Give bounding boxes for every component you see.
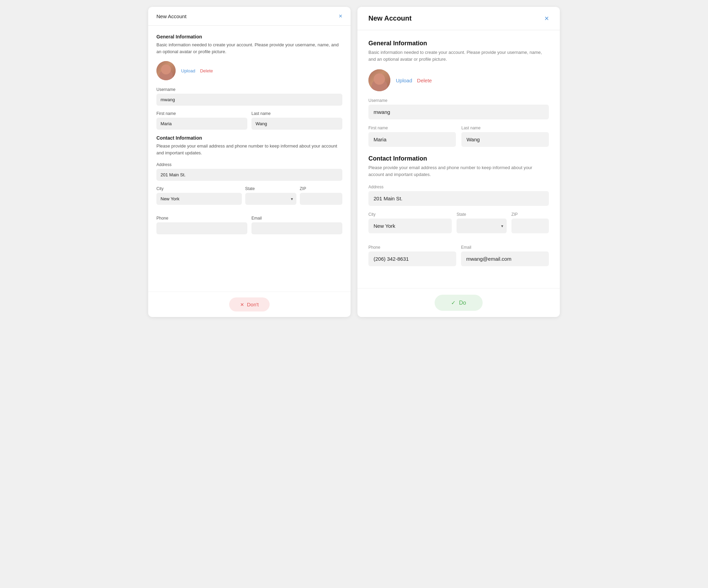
- right-zip-input[interactable]: [511, 219, 549, 233]
- right-panel: New Account × General Information Basic …: [357, 7, 560, 317]
- right-phone-label: Phone: [368, 245, 456, 250]
- right-avatar-row: Upload Delete: [368, 69, 549, 91]
- check-icon: ✓: [451, 299, 456, 306]
- right-name-row: First name Last name: [368, 126, 549, 147]
- right-firstname-group: First name: [368, 126, 456, 147]
- right-general-info-title: General Information: [368, 40, 549, 47]
- left-email-label: Email: [251, 216, 342, 221]
- right-email-label: Email: [461, 245, 549, 250]
- right-lastname-label: Last name: [461, 126, 549, 130]
- right-phone-group: Phone: [368, 245, 456, 266]
- right-upload-button[interactable]: Upload: [396, 78, 412, 83]
- right-phone-email-row: Phone Email: [368, 245, 549, 272]
- right-panel-header: New Account ×: [357, 7, 560, 30]
- left-city-input[interactable]: [156, 193, 242, 205]
- right-username-input[interactable]: [368, 105, 549, 119]
- right-state-select[interactable]: NY CA WA: [457, 219, 507, 233]
- left-state-group: State NY CA WA: [245, 186, 296, 205]
- left-avatar-actions: Upload Delete: [181, 68, 213, 73]
- left-panel-footer: ✕ Don't: [148, 292, 351, 317]
- left-contact-info-desc: Please provide your email address and ph…: [156, 143, 342, 156]
- left-general-info-section: General Information Basic information ne…: [156, 34, 342, 130]
- right-avatar: [368, 69, 390, 91]
- left-avatar: [156, 61, 176, 80]
- right-lastname-input[interactable]: [461, 132, 549, 147]
- dont-label: Don't: [247, 302, 259, 307]
- right-panel-close-button[interactable]: ×: [544, 15, 549, 22]
- left-general-info-desc: Basic information needed to create your …: [156, 42, 342, 55]
- right-firstname-input[interactable]: [368, 132, 456, 147]
- right-username-label: Username: [368, 98, 549, 103]
- left-address-input[interactable]: [156, 169, 342, 181]
- left-firstname-label: First name: [156, 111, 247, 116]
- left-lastname-group: Last name: [251, 111, 342, 130]
- left-panel: New Account × General Information Basic …: [148, 7, 351, 317]
- right-state-select-wrapper: NY CA WA: [457, 219, 507, 233]
- left-avatar-row: Upload Delete: [156, 61, 342, 80]
- right-zip-group: ZIP: [511, 212, 549, 233]
- left-city-state-zip-row: City State NY CA WA: [156, 186, 342, 210]
- right-lastname-group: Last name: [461, 126, 549, 147]
- right-phone-input[interactable]: [368, 251, 456, 266]
- right-delete-button[interactable]: Delete: [417, 78, 432, 83]
- left-firstname-group: First name: [156, 111, 247, 130]
- left-panel-close-button[interactable]: ×: [339, 13, 342, 19]
- left-email-input[interactable]: [251, 222, 342, 234]
- right-avatar-actions: Upload Delete: [396, 78, 432, 83]
- right-panel-title: New Account: [368, 14, 412, 22]
- left-firstname-input[interactable]: [156, 118, 247, 130]
- left-city-label: City: [156, 186, 242, 191]
- right-panel-footer: ✓ Do: [357, 288, 560, 317]
- right-email-input[interactable]: [461, 251, 549, 266]
- left-address-label: Address: [156, 162, 342, 167]
- left-zip-label: ZIP: [300, 186, 342, 191]
- left-phone-label: Phone: [156, 216, 247, 221]
- right-city-input[interactable]: [368, 219, 452, 233]
- left-username-input[interactable]: [156, 94, 342, 106]
- left-city-group: City: [156, 186, 242, 205]
- left-lastname-label: Last name: [251, 111, 342, 116]
- left-username-label: Username: [156, 87, 342, 92]
- left-username-group: Username: [156, 87, 342, 106]
- right-address-input[interactable]: [368, 191, 549, 206]
- left-zip-group: ZIP: [300, 186, 342, 205]
- dont-button[interactable]: ✕ Don't: [229, 297, 270, 311]
- left-contact-info-title: Contact Information: [156, 135, 342, 141]
- left-contact-info-section: Contact Information Please provide your …: [156, 135, 342, 234]
- right-email-group: Email: [461, 245, 549, 266]
- left-phone-group: Phone: [156, 216, 247, 234]
- left-email-group: Email: [251, 216, 342, 234]
- left-upload-button[interactable]: Upload: [181, 68, 195, 73]
- left-panel-header: New Account ×: [148, 7, 351, 26]
- left-general-info-title: General Information: [156, 34, 342, 39]
- right-address-label: Address: [368, 185, 549, 189]
- left-delete-button[interactable]: Delete: [200, 68, 213, 73]
- right-contact-info-section: Contact Information Please provide your …: [368, 155, 549, 272]
- right-firstname-label: First name: [368, 126, 456, 130]
- left-phone-input[interactable]: [156, 222, 247, 234]
- left-name-row: First name Last name: [156, 111, 342, 130]
- left-state-select[interactable]: NY CA WA: [245, 193, 296, 205]
- right-contact-info-title: Contact Information: [368, 155, 549, 162]
- left-zip-input[interactable]: [300, 193, 342, 205]
- right-username-group: Username: [368, 98, 549, 119]
- right-city-state-zip-row: City State NY CA WA: [368, 212, 549, 239]
- right-contact-info-desc: Please provide your email address and ph…: [368, 164, 549, 178]
- left-state-select-wrapper: NY CA WA: [245, 193, 296, 205]
- do-label: Do: [459, 300, 466, 306]
- right-state-label: State: [457, 212, 507, 217]
- right-city-label: City: [368, 212, 452, 217]
- right-panel-body: General Information Basic information ne…: [357, 30, 560, 288]
- right-zip-label: ZIP: [511, 212, 549, 217]
- left-address-group: Address: [156, 162, 342, 181]
- do-button[interactable]: ✓ Do: [435, 295, 482, 311]
- right-state-group: State NY CA WA: [457, 212, 507, 233]
- right-general-info-desc: Basic information needed to create your …: [368, 49, 549, 62]
- x-icon: ✕: [240, 302, 244, 307]
- right-address-group: Address: [368, 185, 549, 206]
- left-phone-email-row: Phone Email: [156, 216, 342, 234]
- left-panel-body: General Information Basic information ne…: [148, 26, 351, 292]
- left-panel-title: New Account: [156, 13, 187, 19]
- left-lastname-input[interactable]: [251, 118, 342, 130]
- left-state-label: State: [245, 186, 296, 191]
